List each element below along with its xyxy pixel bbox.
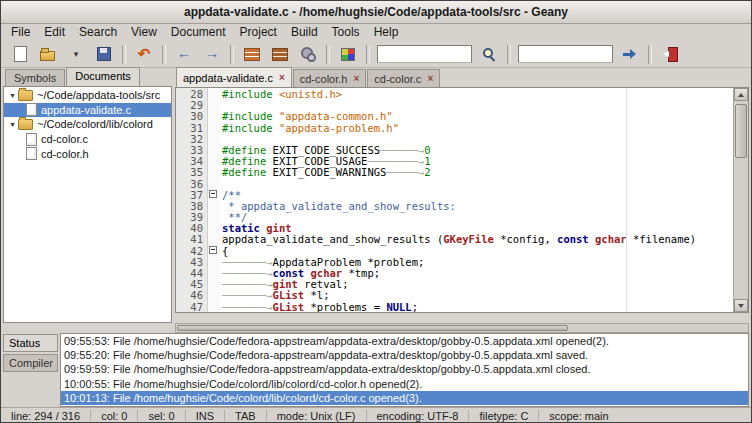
statusbar-item: col: 0 — [99, 410, 129, 422]
toolbar-separator — [648, 45, 652, 64]
message-tab-status[interactable]: Status — [3, 334, 58, 352]
folder-icon — [18, 90, 33, 101]
status-message-row[interactable]: 10:00:55: File /home/hughsie/Code/colord… — [61, 377, 748, 391]
fold-cell — [208, 133, 220, 144]
new-file-button[interactable] — [7, 42, 33, 66]
sidebar-tab-symbols[interactable]: Symbols — [5, 69, 65, 86]
menu-file[interactable]: File — [4, 24, 37, 40]
fold-cell — [208, 166, 220, 177]
toolbar-separator — [230, 45, 234, 64]
code-line: static gint — [222, 222, 733, 233]
quit-icon — [662, 46, 678, 62]
new-icon — [12, 46, 28, 62]
fold-marker-icon[interactable] — [209, 190, 217, 198]
menu-project[interactable]: Project — [233, 24, 284, 40]
editor-tab[interactable]: appdata-validate.c× — [176, 67, 292, 87]
window-title: appdata-validate.c - /home/hughsie/Code/… — [184, 5, 568, 19]
fold-cell — [208, 256, 220, 267]
status-message-row[interactable]: 09:55:53: File /home/hughsie/Code/fedora… — [61, 334, 748, 348]
status-message-row[interactable]: 09:59:59: File /home/hughsie/Code/fedora… — [61, 362, 748, 376]
editor-tab-label: cd-color.c — [374, 73, 421, 85]
long-line-marker — [626, 88, 627, 312]
titlebar[interactable]: appdata-validate.c - /home/hughsie/Code/… — [1, 1, 751, 24]
menu-document[interactable]: Document — [164, 24, 233, 40]
scroll-down-icon[interactable] — [734, 299, 748, 312]
save-file-button[interactable] — [91, 42, 117, 66]
menu-view[interactable]: View — [124, 24, 164, 40]
search-button[interactable] — [476, 42, 502, 66]
search-entry[interactable] — [377, 45, 472, 63]
message-tab-compiler[interactable]: Compiler — [3, 354, 58, 372]
fold-cell — [208, 245, 220, 256]
menu-search[interactable]: Search — [72, 24, 124, 40]
toolbar-separator — [366, 45, 370, 64]
code-line — [222, 133, 733, 144]
line-number: 31 — [176, 122, 203, 133]
open-file-button[interactable] — [35, 42, 61, 66]
statusbar-item: INS — [194, 410, 216, 422]
status-message-row[interactable]: 10:01:13: File /home/hughsie/Code/colord… — [61, 391, 748, 405]
navigate-forward-button[interactable]: → — [199, 42, 225, 66]
code-line: ───────→AppdataProblem *problem; — [222, 256, 733, 267]
editor-vscrollbar[interactable] — [733, 88, 748, 312]
quit-button[interactable] — [657, 42, 683, 66]
sidebar-tab-documents[interactable]: Documents — [66, 67, 140, 86]
build-button[interactable] — [267, 42, 293, 66]
folder-icon — [18, 119, 33, 130]
open-recent-button[interactable]: ▾ — [63, 42, 89, 66]
statusbar-separator — [224, 410, 225, 421]
tree-item[interactable]: ▾~/Code/colord/lib/colord — [4, 117, 171, 132]
editor-tab-label: appdata-validate.c — [183, 72, 273, 84]
goto-line-entry[interactable] — [518, 45, 613, 63]
code-line: ───────→gint retval; — [222, 278, 733, 289]
statusbar: line: 294 / 316col: 0sel: 0INSTABmode: U… — [1, 407, 751, 423]
file-icon — [26, 103, 37, 116]
statusbar-item: sel: 0 — [146, 410, 176, 422]
fold-cell — [208, 110, 220, 121]
tree-item[interactable]: ▾~/Code/appdata-tools/src — [4, 88, 171, 103]
menu-build[interactable]: Build — [284, 24, 325, 40]
fold-cell — [208, 200, 220, 211]
run-button[interactable] — [295, 42, 321, 66]
compile-button[interactable] — [239, 42, 265, 66]
revert-icon: ↶ — [136, 46, 152, 62]
editor-hscrollbar[interactable] — [175, 323, 749, 333]
color-chooser-button[interactable] — [335, 42, 361, 66]
hscrollbar-thumb[interactable] — [177, 325, 568, 331]
menu-tools[interactable]: Tools — [325, 24, 367, 40]
statusbar-separator — [266, 410, 267, 421]
tab-close-icon[interactable]: × — [353, 73, 359, 84]
fold-cell — [208, 278, 220, 289]
code-line: * appdata_validate_and_show_results: — [222, 200, 733, 211]
navigate-back-button[interactable]: ← — [171, 42, 197, 66]
code-line: #include "appdata-common.h" — [222, 110, 733, 121]
line-number: 36 — [176, 178, 203, 189]
code-line — [222, 99, 733, 110]
menu-edit[interactable]: Edit — [37, 24, 72, 40]
tree-item[interactable]: cd-color.c — [4, 132, 171, 147]
revert-button[interactable]: ↶ — [131, 42, 157, 66]
expander-icon[interactable]: ▾ — [7, 120, 18, 129]
menu-help[interactable]: Help — [367, 24, 406, 40]
editor-tab[interactable]: cd-color.h× — [293, 69, 367, 87]
tree-item-label: cd-color.h — [41, 148, 89, 160]
statusbar-separator — [90, 410, 91, 421]
tab-close-icon[interactable]: × — [427, 73, 433, 84]
scroll-up-icon[interactable] — [734, 88, 748, 101]
line-number: 37 — [176, 189, 203, 200]
tree-item[interactable]: appdata-validate.c — [4, 103, 171, 118]
tree-item[interactable]: cd-color.h — [4, 146, 171, 161]
code-area[interactable]: #include <unistd.h>#include "appdata-com… — [220, 88, 733, 312]
expander-icon[interactable]: ▾ — [7, 91, 18, 100]
tree-item-label: appdata-validate.c — [41, 104, 131, 116]
goto-line-button[interactable] — [617, 42, 643, 66]
line-number: 34 — [176, 155, 203, 166]
tab-close-icon[interactable]: × — [279, 72, 285, 83]
status-message-row[interactable]: 09:55:20: File /home/hughsie/Code/fedora… — [61, 348, 748, 362]
fold-marker-icon[interactable] — [209, 246, 217, 254]
statusbar-separator — [366, 410, 367, 421]
build-icon — [272, 46, 288, 62]
fold-cell — [208, 155, 220, 166]
vscrollbar-thumb[interactable] — [735, 104, 747, 158]
editor-tab[interactable]: cd-color.c× — [367, 69, 440, 87]
